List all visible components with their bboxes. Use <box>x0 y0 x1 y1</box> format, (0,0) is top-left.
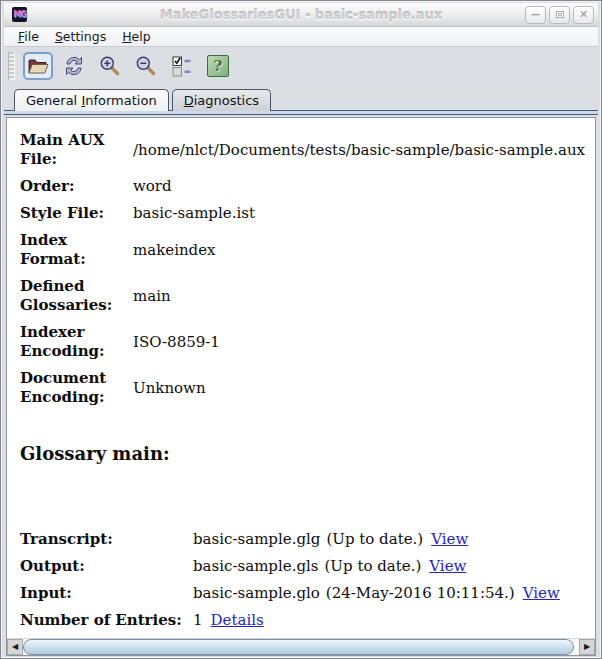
open-folder-icon <box>26 54 50 78</box>
field-value: Unknown <box>133 379 585 398</box>
table-row: Style File: basic-sample.ist <box>20 204 585 223</box>
menu-help[interactable]: Help <box>114 27 159 46</box>
scroll-right-icon: ▶ <box>584 643 590 651</box>
table-row: Input: basic-sample.glo(24-May-2016 10:1… <box>20 584 585 603</box>
table-row: Order: word <box>20 177 585 196</box>
title-bar[interactable]: MG MakeGlossariesGUI - basic-sample.aux … <box>4 3 598 27</box>
table-row: Number of Entries: 1Details <box>20 611 585 630</box>
field-value: word <box>133 177 585 196</box>
status-text: (24-May-2016 10:11:54.) <box>326 584 515 602</box>
field-label: Indexer Encoding: <box>20 323 117 361</box>
open-file-button[interactable] <box>23 52 53 80</box>
view-link[interactable]: View <box>429 557 466 575</box>
entry-count: 1 <box>193 611 203 629</box>
app-window: MG MakeGlossariesGUI - basic-sample.aux … <box>0 0 602 659</box>
field-value: /home/nlct/Documents/tests/basic-sample/… <box>133 141 585 160</box>
status-text: (Up to date.) <box>326 530 423 548</box>
file-info-table: Main AUX File: /home/nlct/Documents/test… <box>20 131 585 407</box>
field-label: Main AUX File: <box>20 131 117 169</box>
table-row: Document Encoding: Unknown <box>20 369 585 407</box>
glossary-heading: Glossary main: <box>20 443 585 464</box>
zoom-out-button[interactable] <box>131 52 161 80</box>
tab-general-information[interactable]: General Information <box>14 89 169 111</box>
scrollbar-track[interactable] <box>23 639 579 655</box>
table-row: Indexer Encoding: ISO-8859-1 <box>20 323 585 361</box>
field-value: ISO-8859-1 <box>133 333 585 352</box>
tab-strip: General Information Diagnostics <box>4 84 598 110</box>
table-row: Transcript: basic-sample.glg(Up to date.… <box>20 530 585 549</box>
table-row: Index Format: makeindex <box>20 231 585 269</box>
glossary-table: Transcript: basic-sample.glg(Up to date.… <box>20 530 585 630</box>
field-label: Document Encoding: <box>20 369 117 407</box>
zoom-in-button[interactable] <box>95 52 125 80</box>
reload-button[interactable] <box>59 52 89 80</box>
scrollbar-thumb[interactable] <box>23 639 574 655</box>
view-link[interactable]: View <box>431 530 468 548</box>
zoom-in-icon <box>98 54 122 78</box>
scroll-right-button[interactable]: ▶ <box>579 639 595 655</box>
close-icon: ✕ <box>579 9 588 20</box>
table-row: Defined Glossaries: main <box>20 277 585 315</box>
minimize-button[interactable]: — <box>525 6 546 24</box>
field-label: Order: <box>20 177 117 196</box>
maximize-icon <box>556 11 564 18</box>
field-label: Style File: <box>20 204 117 223</box>
close-button[interactable]: ✕ <box>573 6 594 24</box>
table-row: Main AUX File: /home/nlct/Documents/test… <box>20 131 585 169</box>
help-icon: ? <box>207 55 229 77</box>
app-icon: MG <box>12 7 27 22</box>
checklist-icon <box>170 54 194 78</box>
general-information-panel: Main AUX File: /home/nlct/Documents/test… <box>7 118 595 638</box>
file-name: basic-sample.gls <box>193 557 319 575</box>
status-text: (Up to date.) <box>325 557 422 575</box>
minimize-icon: — <box>531 10 540 19</box>
tab-diagnostics[interactable]: Diagnostics <box>172 89 271 111</box>
details-link[interactable]: Details <box>211 611 264 629</box>
field-label: Transcript: <box>20 530 185 549</box>
content-area: Main AUX File: /home/nlct/Documents/test… <box>4 115 598 658</box>
field-label: Index Format: <box>20 231 117 269</box>
diagnostics-button[interactable] <box>167 52 197 80</box>
view-link[interactable]: View <box>523 584 560 602</box>
horizontal-scrollbar[interactable]: ◀ ▶ <box>7 638 595 655</box>
window-controls: — ✕ <box>525 6 594 24</box>
file-name: basic-sample.glg <box>193 530 320 548</box>
menu-settings[interactable]: Settings <box>47 27 114 46</box>
field-value: makeindex <box>133 241 585 260</box>
file-name: basic-sample.glo <box>193 584 320 602</box>
maximize-button[interactable] <box>549 6 570 24</box>
scroll-left-button[interactable]: ◀ <box>7 639 23 655</box>
table-row: Output: basic-sample.gls(Up to date.)Vie… <box>20 557 585 576</box>
field-value: basic-sample.ist <box>133 204 585 223</box>
app-icon-text: MG <box>13 10 26 19</box>
window-title: MakeGlossariesGUI - basic-sample.aux <box>4 7 598 22</box>
toolbar: ? <box>4 47 598 84</box>
zoom-out-icon <box>134 54 158 78</box>
field-label: Output: <box>20 557 185 576</box>
field-value: main <box>133 287 585 306</box>
toolbar-drag-handle[interactable] <box>8 52 15 80</box>
field-label: Number of Entries: <box>20 611 185 630</box>
scroll-pane: Main AUX File: /home/nlct/Documents/test… <box>6 117 596 656</box>
scroll-left-icon: ◀ <box>12 643 18 651</box>
field-label: Input: <box>20 584 185 603</box>
help-button[interactable]: ? <box>203 52 233 80</box>
field-label: Defined Glossaries: <box>20 277 117 315</box>
menu-bar: File Settings Help <box>4 27 598 47</box>
menu-file[interactable]: File <box>10 27 47 46</box>
reload-icon <box>62 54 86 78</box>
